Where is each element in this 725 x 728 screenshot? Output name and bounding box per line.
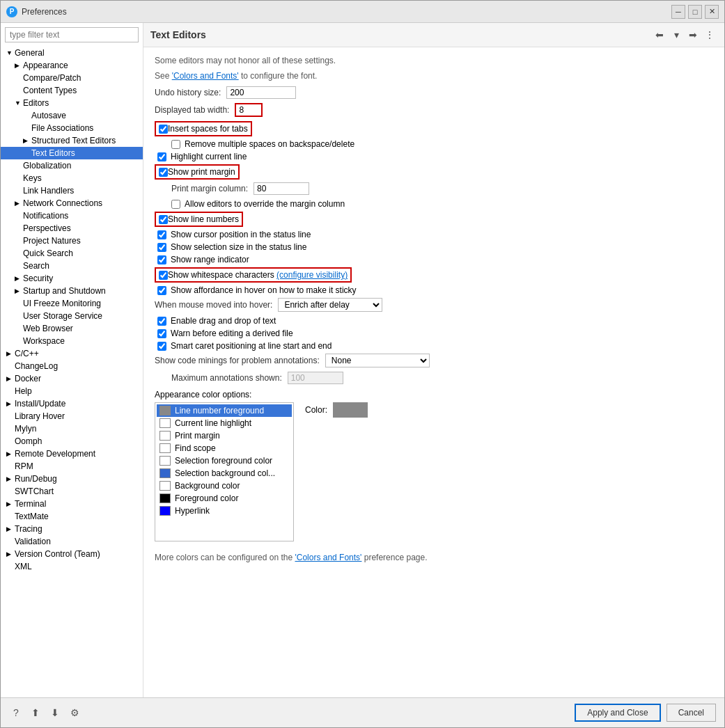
sidebar-item-general[interactable]: ▼ General — [1, 47, 143, 59]
sidebar-item-project-natures[interactable]: Project Natures — [1, 235, 143, 247]
sidebar-item-help[interactable]: Help — [1, 385, 143, 397]
arrow-icon — [15, 162, 22, 169]
color-preview[interactable] — [333, 402, 368, 418]
show-affordance-checkbox[interactable] — [157, 286, 166, 295]
sidebar-item-library-hover[interactable]: Library Hover — [1, 410, 143, 422]
warn-editing-checkbox[interactable] — [157, 329, 166, 338]
minimize-button[interactable]: ─ — [671, 5, 685, 19]
sidebar-item-compare-patch[interactable]: Compare/Patch — [1, 72, 143, 84]
sidebar-item-quick-search[interactable]: Quick Search — [1, 247, 143, 260]
cancel-button[interactable]: Cancel — [666, 704, 716, 722]
sidebar-item-workspace[interactable]: Workspace — [1, 335, 143, 347]
close-button[interactable]: ✕ — [705, 5, 719, 19]
arrow-icon — [6, 425, 13, 432]
filter-input[interactable] — [5, 27, 139, 42]
sidebar-item-c-cpp[interactable]: ▶ C/C++ — [1, 347, 143, 360]
enable-drag-checkbox[interactable] — [157, 317, 166, 326]
arrow-icon: ▶ — [15, 62, 22, 69]
max-annotations-label: Maximum annotations shown: — [171, 373, 282, 383]
sidebar-label: ChangeLog — [15, 361, 58, 371]
sidebar-item-text-editors[interactable]: Text Editors — [1, 147, 143, 159]
remove-multiple-checkbox[interactable] — [171, 140, 180, 149]
sidebar-item-web-browser[interactable]: Web Browser — [1, 322, 143, 335]
color-item-label: Foreground color — [175, 493, 238, 503]
color-item-hyperlink[interactable]: Hyperlink — [157, 505, 292, 517]
sidebar-item-link-handlers[interactable]: Link Handlers — [1, 184, 143, 197]
sidebar-item-keys[interactable]: Keys — [1, 172, 143, 184]
settings-icon[interactable]: ⚙ — [68, 706, 81, 720]
dropdown-button[interactable]: ▾ — [669, 27, 684, 42]
sidebar-item-startup-shutdown[interactable]: ▶ Startup and Shutdown — [1, 285, 143, 297]
sidebar-item-appearance[interactable]: ▶ Appearance — [1, 59, 143, 72]
sidebar-item-structured-text-editors[interactable]: ▶ Structured Text Editors — [1, 134, 143, 147]
color-item-fg[interactable]: Foreground color — [157, 492, 292, 505]
sidebar-item-oomph[interactable]: Oomph — [1, 435, 143, 448]
sidebar-item-notifications[interactable]: Notifications — [1, 209, 143, 222]
sidebar-item-network-connections[interactable]: ▶ Network Connections — [1, 197, 143, 209]
sidebar-label: Network Connections — [23, 198, 102, 208]
show-line-numbers-checkbox[interactable] — [159, 215, 168, 224]
sidebar-item-validation[interactable]: Validation — [1, 535, 143, 548]
undo-input[interactable] — [226, 86, 296, 99]
sidebar-item-changelog[interactable]: ChangeLog — [1, 360, 143, 372]
show-print-margin-checkbox[interactable] — [159, 168, 168, 177]
sidebar-item-file-associations[interactable]: File Associations — [1, 122, 143, 134]
sidebar-item-install-update[interactable]: ▶ Install/Update — [1, 397, 143, 410]
sidebar-item-version-control[interactable]: ▶ Version Control (Team) — [1, 548, 143, 560]
sidebar-item-run-debug[interactable]: ▶ Run/Debug — [1, 473, 143, 485]
menu-button[interactable]: ⋮ — [702, 27, 717, 42]
maximize-button[interactable]: □ — [688, 5, 702, 19]
sidebar-item-textmate[interactable]: TextMate — [1, 510, 143, 523]
sidebar-item-user-storage[interactable]: User Storage Service — [1, 310, 143, 322]
color-item-print-margin[interactable]: Print margin — [157, 429, 292, 442]
show-code-select[interactable]: None All Errors Warnings — [325, 354, 430, 367]
color-item-find-scope[interactable]: Find scope — [157, 442, 292, 454]
allow-editors-checkbox[interactable] — [171, 200, 180, 209]
insert-spaces-row: Insert spaces for tabs — [155, 121, 252, 136]
sidebar-item-globalization[interactable]: Globalization — [1, 159, 143, 172]
colors-fonts-link2[interactable]: 'Colors and Fonts' — [295, 553, 361, 562]
content-title: Text Editors — [150, 29, 206, 40]
sidebar-item-mylyn[interactable]: Mylyn — [1, 422, 143, 435]
sidebar-item-editors[interactable]: ▼ Editors — [1, 97, 143, 109]
sidebar-label: Perspectives — [23, 223, 71, 233]
sidebar-item-tracing[interactable]: ▶ Tracing — [1, 523, 143, 535]
apply-close-button[interactable]: Apply and Close — [575, 704, 660, 722]
color-item-selection-fg[interactable]: Selection foreground color — [157, 454, 292, 467]
insert-spaces-checkbox[interactable] — [159, 125, 168, 134]
color-item-bg[interactable]: Background color — [157, 480, 292, 492]
color-item-line-number-fg[interactable]: Line number foreground — [157, 404, 292, 417]
sidebar-item-remote-dev[interactable]: ▶ Remote Development — [1, 448, 143, 460]
show-selection-checkbox[interactable] — [157, 243, 166, 252]
show-range-checkbox[interactable] — [157, 255, 166, 264]
hover-select[interactable]: Enrich after delay Enrich immediately Ne… — [278, 298, 382, 312]
sidebar-item-search[interactable]: Search — [1, 260, 143, 272]
colors-fonts-link[interactable]: 'Colors and Fonts' — [172, 71, 239, 81]
sidebar-item-swtchart[interactable]: SWTChart — [1, 485, 143, 498]
smart-caret-checkbox[interactable] — [157, 342, 166, 351]
sidebar-item-terminal[interactable]: ▶ Terminal — [1, 498, 143, 510]
more-colors-prefix: More colors can be configured on the — [155, 553, 295, 562]
show-cursor-checkbox[interactable] — [157, 230, 166, 239]
export-icon[interactable]: ⬇ — [48, 706, 62, 720]
sidebar-item-ui-freeze[interactable]: UI Freeze Monitoring — [1, 297, 143, 310]
content-toolbar: ⬅ ▾ ➡ ⋮ — [652, 27, 717, 42]
sidebar-item-autosave[interactable]: Autosave — [1, 109, 143, 122]
print-margin-col-input[interactable] — [254, 182, 309, 195]
sidebar-item-rpm[interactable]: RPM — [1, 460, 143, 473]
sidebar-item-perspectives[interactable]: Perspectives — [1, 222, 143, 235]
back-button[interactable]: ⬅ — [652, 27, 667, 42]
color-item-selection-bg[interactable]: Selection background col... — [157, 467, 292, 480]
sidebar-item-security[interactable]: ▶ Security — [1, 272, 143, 285]
sidebar-item-xml[interactable]: XML — [1, 560, 143, 573]
help-icon[interactable]: ? — [9, 706, 23, 720]
import-icon[interactable]: ⬆ — [29, 706, 42, 720]
color-item-current-line[interactable]: Current line highlight — [157, 417, 292, 429]
sidebar-item-docker[interactable]: ▶ Docker — [1, 372, 143, 385]
highlight-current-checkbox[interactable] — [157, 152, 166, 161]
configure-visibility-link[interactable]: (configure visibility) — [276, 270, 348, 280]
sidebar-item-content-types[interactable]: Content Types — [1, 84, 143, 97]
show-whitespace-checkbox[interactable] — [159, 271, 168, 280]
tab-width-input[interactable] — [235, 103, 263, 117]
forward-button[interactable]: ➡ — [685, 27, 701, 42]
